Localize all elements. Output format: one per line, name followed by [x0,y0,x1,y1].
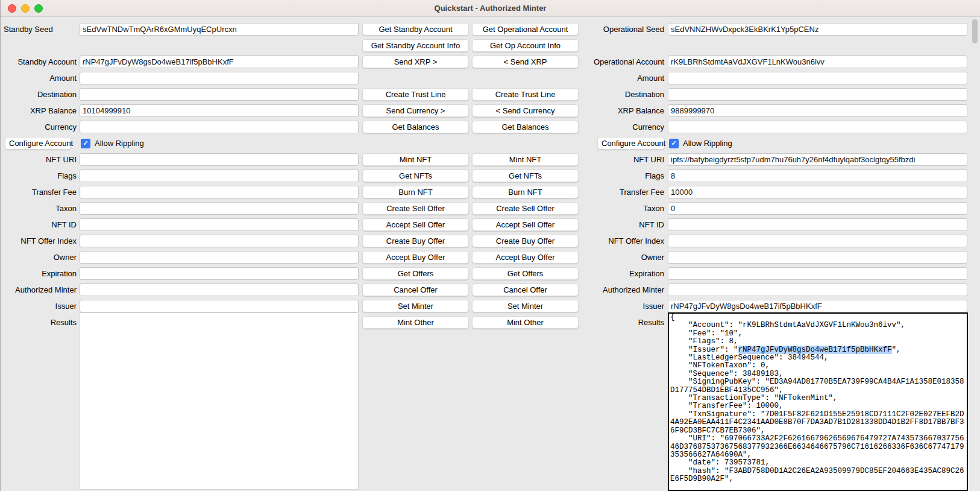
operational-flags-label: Flags [580,171,665,180]
operational-transfer-fee-input[interactable] [668,186,967,198]
operational-allow-rippling-group: ✓ Allow Rippling [669,139,980,148]
operational-allow-rippling-checkbox[interactable]: ✓ [669,139,679,148]
standby-get-nfts-button[interactable]: Get NFTs [362,169,469,182]
operational-get-balances-button[interactable]: Get Balances [472,121,579,133]
operational-expiration-input[interactable] [668,267,967,280]
standby-nft-uri-input[interactable] [80,153,359,166]
operational-currency-label: Currency [580,122,665,131]
operational-xrp-balance-label: XRP Balance [580,106,665,115]
send-currency-left-button[interactable]: < Send Currency [472,104,579,117]
operational-create-trust-line-button[interactable]: Create Trust Line [472,88,579,101]
operational-mint-other-button[interactable]: Mint Other [472,316,579,329]
title-bar: Quickstart - Authorized Minter [1,0,980,17]
operational-get-nfts-button[interactable]: Get NFTs [472,169,579,182]
operational-configure-account-button[interactable]: Configure Account [597,137,665,150]
standby-xrp-balance-input[interactable] [80,104,359,117]
operational-nft-uri-label: NFT URI [580,155,665,164]
standby-allow-rippling-checkbox[interactable]: ✓ [81,139,90,148]
operational-authorized-minter-input[interactable] [668,284,967,296]
operational-nft-id-input[interactable] [668,218,967,231]
standby-results-textarea[interactable] [80,312,359,490]
standby-create-trust-line-button[interactable]: Create Trust Line [362,88,469,101]
standby-transfer-fee-input[interactable] [80,186,359,198]
standby-owner-input[interactable] [80,251,359,264]
get-op-account-info-button[interactable]: Get Op Account Info [472,39,579,52]
standby-mint-other-button[interactable]: Mint Other [362,316,469,329]
operational-create-sell-offer-button[interactable]: Create Sell Offer [472,202,579,215]
operational-issuer-input[interactable] [668,300,967,312]
send-currency-right-button[interactable]: Send Currency > [362,104,469,117]
standby-flags-label: Flags [1,171,78,180]
window-title: Quickstart - Authorized Minter [435,4,547,13]
standby-nft-offer-index-input[interactable] [80,235,359,247]
standby-accept-buy-offer-button[interactable]: Accept Buy Offer [362,251,469,264]
operational-set-minter-button[interactable]: Set Minter [472,300,579,312]
operational-owner-input[interactable] [668,251,967,264]
standby-authorized-minter-input[interactable] [80,284,359,296]
operational-amount-input[interactable] [668,72,967,84]
standby-destination-input[interactable] [80,88,359,101]
standby-xrp-balance-label: XRP Balance [1,106,78,115]
operational-account-input[interactable] [668,55,967,68]
operational-owner-label: Owner [580,253,665,262]
standby-expiration-input[interactable] [80,267,359,280]
operational-authorized-minter-label: Authorized Minter [580,285,665,294]
standby-currency-input[interactable] [80,121,359,133]
operational-amount-label: Amount [580,74,665,83]
operational-flags-input[interactable] [668,169,967,182]
standby-get-balances-button[interactable]: Get Balances [362,121,469,133]
operational-expiration-label: Expiration [580,269,665,278]
standby-amount-input[interactable] [80,72,359,84]
minimize-icon[interactable] [21,4,30,13]
vertical-scrollbar-thumb[interactable] [972,19,978,43]
operational-taxon-input[interactable] [668,202,967,215]
operational-xrp-balance-input[interactable] [668,104,967,117]
close-icon[interactable] [8,4,16,13]
zoom-icon[interactable] [34,4,43,13]
standby-seed-input[interactable] [80,23,359,36]
operational-nft-uri-input[interactable] [668,153,967,166]
results-json: { "Account": "rK9LBRhStdmtAaVdJXGVF1LnKW… [670,314,966,484]
send-xrp-right-button[interactable]: Send XRP > [362,55,469,68]
standby-issuer-input[interactable] [80,300,359,312]
standby-account-input[interactable] [80,55,359,68]
standby-set-minter-button[interactable]: Set Minter [362,300,469,312]
standby-account-label: Standby Account [1,57,78,66]
operational-mint-nft-button[interactable]: Mint NFT [472,153,579,166]
standby-burn-nft-button[interactable]: Burn NFT [362,186,469,198]
get-standby-account-info-button[interactable]: Get Standby Account Info [362,39,469,52]
standby-nft-id-input[interactable] [80,218,359,231]
operational-nft-offer-index-input[interactable] [668,235,967,247]
standby-flags-input[interactable] [80,169,359,182]
standby-accept-sell-offer-button[interactable]: Accept Sell Offer [362,218,469,231]
operational-seed-input[interactable] [668,23,967,36]
operational-transfer-fee-label: Transfer Fee [580,188,665,197]
results-json-after: ", "LastLedgerSequence": 38494544, "NFTo… [670,346,964,484]
standby-amount-label: Amount [1,74,78,83]
operational-accept-sell-offer-button[interactable]: Accept Sell Offer [472,218,579,231]
get-operational-account-button[interactable]: Get Operational Account [472,23,579,36]
operational-burn-nft-button[interactable]: Burn NFT [472,186,579,198]
standby-get-offers-button[interactable]: Get Offers [362,267,469,280]
operational-results-textarea[interactable]: { "Account": "rK9LBRhStdmtAaVdJXGVF1LnKW… [668,312,968,491]
operational-accept-buy-offer-button[interactable]: Accept Buy Offer [472,251,579,264]
standby-issuer-label: Issuer [1,302,78,311]
get-standby-account-button[interactable]: Get Standby Account [362,23,469,36]
operational-results-label: Results [580,318,665,327]
operational-currency-input[interactable] [668,121,967,133]
send-xrp-left-button[interactable]: < Send XRP [472,55,579,68]
operational-issuer-label: Issuer [580,302,665,311]
standby-taxon-label: Taxon [1,204,78,213]
standby-create-buy-offer-button[interactable]: Create Buy Offer [362,235,469,247]
standby-taxon-input[interactable] [80,202,359,215]
operational-cancel-offer-button[interactable]: Cancel Offer [472,284,579,296]
standby-mint-nft-button[interactable]: Mint NFT [362,153,469,166]
operational-destination-input[interactable] [668,88,967,101]
main-content: Standby Seed Get Standby Account Get Ope… [1,16,980,491]
operational-create-buy-offer-button[interactable]: Create Buy Offer [472,235,579,247]
traffic-lights [8,4,43,13]
standby-configure-account-button[interactable]: Configure Account [5,137,71,150]
operational-get-offers-button[interactable]: Get Offers [472,267,579,280]
standby-cancel-offer-button[interactable]: Cancel Offer [362,284,469,296]
standby-create-sell-offer-button[interactable]: Create Sell Offer [362,202,469,215]
